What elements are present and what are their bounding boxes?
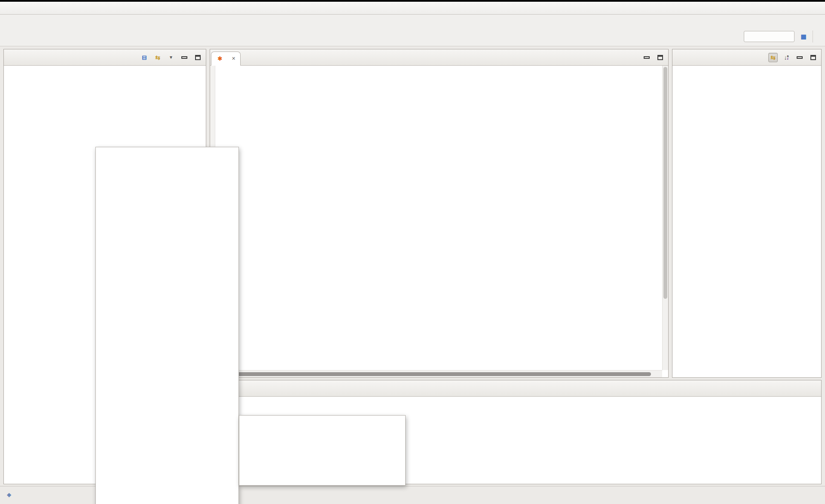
editor-horizontal-scrollbar[interactable] [210,370,662,377]
sort-az-icon: ↓az [784,54,789,61]
gemoc-studio-window: { "colors":{"selection":"#4a90d9","keywo… [0,0,825,504]
minimize-icon [181,56,187,59]
outline-view: ⇆ ↓az [672,49,822,378]
view-menu-button[interactable]: ▼ [166,53,176,62]
editor-vertical-scrollbar[interactable] [662,66,668,370]
javadoc-toolbar [818,380,819,396]
collapse-all-button[interactable]: ⊟ [140,53,149,62]
project-explorer-tabstrip: ⊟ ⇆ ▼ [4,49,206,66]
editor-area-buttons [642,49,666,65]
maximize-editor-button[interactable] [655,53,665,62]
toolbar-divider [813,30,813,43]
maximize-icon [810,55,816,60]
editor-area: ✱ ✕ [210,49,669,378]
window-title [0,0,825,15]
quick-access-input[interactable] [744,31,794,42]
sort-button[interactable]: ↓az [782,53,791,62]
editor-tab-main-melange[interactable]: ✱ ✕ [211,52,241,66]
minimize-icon [797,56,803,59]
vertical-scroll-thumb[interactable] [663,67,667,299]
project-context-menu [95,147,239,504]
outline-tabstrip: ⇆ ↓az [672,49,821,66]
link-with-editor-button[interactable]: ⇆ [768,53,778,62]
minimize-icon [644,56,650,59]
menu-bar [0,15,825,27]
open-perspective-button[interactable]: ▦ [799,32,808,41]
minimize-view-button[interactable] [795,53,804,62]
toolbar-right: ▦ [744,30,822,43]
plugin-icon: ❖ [5,492,13,499]
minimize-view-button[interactable] [180,53,189,62]
project-explorer-toolbar: ⊟ ⇆ ▼ [140,49,204,65]
link-with-editor-button[interactable]: ⇆ [153,53,162,62]
outline-tree [672,66,821,377]
editor-tabstrip: ✱ ✕ [210,49,668,66]
melange-editor[interactable] [210,66,668,377]
maximize-view-button[interactable] [808,53,818,62]
bottom-tabstrip [210,380,821,397]
close-icon[interactable]: ✕ [232,56,235,61]
maximize-view-button[interactable] [193,53,202,62]
gemoc-language-submenu [239,415,406,486]
main-toolbar: ▦ [0,27,825,46]
minimize-editor-button[interactable] [642,53,651,62]
melange-icon: ✱ [216,55,224,62]
maximize-icon [657,55,663,60]
code-viewport [210,66,662,370]
maximize-icon [195,55,201,60]
outline-toolbar: ⇆ ↓az [768,49,819,65]
horizontal-scroll-thumb[interactable] [238,372,651,376]
